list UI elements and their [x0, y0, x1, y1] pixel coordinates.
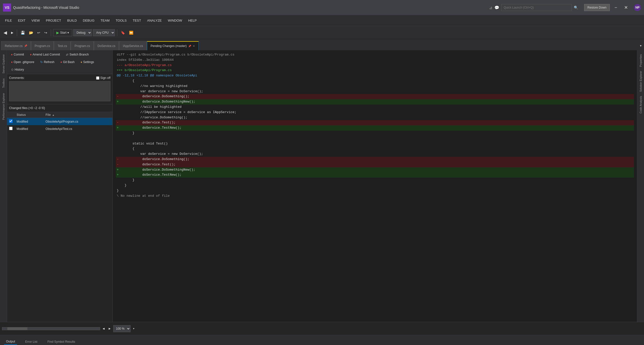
comments-text: Comments:: [9, 76, 24, 80]
git-bash-label: Git Bash: [63, 60, 74, 64]
files-table: Status File ▲ Modified ObsoleteApi/Progr…: [7, 112, 112, 132]
tab-iappservice[interactable]: IAppService.cs: [119, 41, 147, 50]
start-button[interactable]: ▶ Start ▾: [53, 29, 72, 36]
open-gitignore-button[interactable]: ♦ Open .gitignore: [9, 59, 36, 65]
commit-label: Commit: [14, 53, 24, 56]
comments-area: Comments: Sign off: [7, 74, 112, 104]
toolbar: ◀ ▶ 💾 📂 ↩ ↪ ▶ Start ▾ Debug Any CPU 🔖 ⏩: [0, 26, 644, 39]
sign-off-row: Sign off: [96, 76, 110, 80]
step-over-button[interactable]: ⏩: [128, 28, 135, 37]
diff-line-7: var doService = new DoService();: [117, 89, 633, 94]
file-row-1[interactable]: Modified ObsoleteApi/Test.cs: [7, 125, 112, 132]
tabs-bar: Refactorer.cs 📌 Program.cs Test.cs Progr…: [0, 39, 644, 50]
commit-icon: ♦: [11, 53, 13, 56]
menu-analyze[interactable]: ANALYZE: [144, 15, 165, 26]
history-button[interactable]: ⊙ History: [9, 67, 26, 72]
sidebar-tab-code-analysis[interactable]: Code Analysis: [638, 94, 643, 116]
tab-refactorer[interactable]: Refactorer.cs 📌: [1, 41, 31, 50]
back-button[interactable]: ◀: [2, 28, 9, 37]
file-checkbox-0[interactable]: [9, 119, 13, 123]
comments-textarea[interactable]: [9, 81, 110, 101]
diff-line-13: - doService.Test();: [116, 120, 634, 125]
menu-project[interactable]: PROJECT: [43, 15, 64, 26]
zoom-dropdown-button[interactable]: ▾: [132, 324, 136, 333]
horizontal-scrollbar[interactable]: [2, 327, 100, 330]
chat-icon: 💬: [494, 5, 499, 10]
diff-line-15: }: [117, 131, 633, 136]
open-gitignore-icon: ♦: [11, 60, 13, 64]
title-bar: VS QuasiRefactoring - Microsoft Visual S…: [0, 0, 644, 15]
sidebar-tab-server-explorer[interactable]: Server Explorer: [1, 52, 6, 75]
menu-help[interactable]: HELP: [185, 15, 200, 26]
git-bash-button[interactable]: ♦ Git Bash: [58, 59, 76, 65]
menu-build[interactable]: BUILD: [64, 15, 80, 26]
sidebar-tab-properties[interactable]: Properties: [638, 52, 643, 69]
diff-line-9: + doService.DoSomethingNew();: [116, 99, 634, 105]
diff-line-6: //no warning highlighted: [117, 84, 633, 89]
diff-line-17: static void Test(): [117, 141, 633, 146]
bottom-toolbar: ◀ ▶ 100 % 75 % 150 % 50 % ▾: [0, 322, 644, 335]
amend-last-commit-button[interactable]: ♦ Amend Last Commit: [28, 52, 62, 57]
file-row-0[interactable]: Modified ObsoleteApi/Program.cs: [7, 118, 112, 125]
diff-line-16: [117, 136, 633, 141]
menu-tools[interactable]: TOOLS: [113, 15, 130, 26]
scroll-right-button[interactable]: ▶: [107, 324, 112, 333]
save-all-button[interactable]: 💾: [19, 28, 26, 37]
platform-dropdown[interactable]: Any CPU: [93, 29, 115, 36]
zoom-select[interactable]: 100 % 75 % 150 % 50 %: [113, 325, 131, 332]
output-tab-output[interactable]: Output: [4, 339, 17, 345]
tab-list-button[interactable]: ▾: [638, 41, 643, 50]
diff-line-23: + doService.TestNew();: [116, 172, 634, 178]
scroll-left-button[interactable]: ◀: [101, 324, 106, 333]
bookmark-button[interactable]: 🔖: [119, 28, 127, 37]
diff-line-25: }: [117, 183, 633, 188]
menu-window[interactable]: WINDOW: [165, 15, 185, 26]
tab-pending-changes[interactable]: Pending Changes (master) 📌 ✕: [147, 41, 199, 50]
sidebar-tab-performance[interactable]: Performance Explorer: [1, 91, 6, 122]
diff-line-3: +++ b/ObsoleteApi/Program.cs: [117, 68, 633, 73]
file-checkbox-cell-0: [7, 118, 15, 125]
history-icon: ⊙: [11, 68, 14, 71]
commit-button[interactable]: ♦ Commit: [9, 52, 26, 57]
files-tbody: Modified ObsoleteApi/Program.cs Modified…: [7, 118, 112, 133]
tab-test[interactable]: Test.cs: [54, 41, 71, 50]
output-tab-find-symbol[interactable]: Find Symbol Results: [46, 339, 77, 344]
output-bar: Output Error List Find Symbol Results: [0, 335, 644, 345]
menu-edit[interactable]: EDIT: [15, 15, 28, 26]
close-icon-pending[interactable]: ✕: [193, 44, 195, 48]
forward-button[interactable]: ▶: [10, 28, 15, 37]
diff-line-11: //IAppService service = doService as IAp…: [117, 110, 633, 115]
menu-view[interactable]: VIEW: [28, 15, 43, 26]
tab-doservice[interactable]: DoService.cs: [94, 41, 119, 50]
tab-label-test: Test.cs: [58, 44, 67, 48]
restore-down-button[interactable]: Restore Down: [584, 4, 610, 11]
git-bash-icon: ♦: [60, 60, 62, 64]
menu-team[interactable]: TEAM: [98, 15, 113, 26]
redo-button[interactable]: ↪: [43, 28, 49, 37]
tab-program1[interactable]: Program.cs: [31, 41, 54, 50]
output-tab-error-list[interactable]: Error List: [23, 339, 39, 344]
switch-branch-button[interactable]: ⇄ Switch Branch: [64, 52, 91, 57]
tab-program2[interactable]: Program.cs: [71, 41, 94, 50]
file-checkbox-1[interactable]: [9, 127, 13, 130]
start-label: Start: [60, 31, 66, 34]
refresh-icon: ↻: [40, 60, 43, 64]
sidebar-tab-solution-explorer[interactable]: Solution Explorer: [638, 69, 643, 94]
diff-view[interactable]: diff --git a/ObsoleteApi/Program.cs b/Ob…: [113, 50, 637, 322]
refresh-button[interactable]: ↻ Refresh: [38, 59, 56, 65]
sign-off-checkbox[interactable]: [96, 76, 99, 80]
open-button[interactable]: 📂: [27, 28, 35, 37]
diff-line-10: //will be highlighted: [117, 105, 633, 110]
menu-test[interactable]: TEST: [130, 15, 144, 26]
close-button[interactable]: ✕: [622, 4, 630, 12]
menu-debug[interactable]: DEBUG: [80, 15, 97, 26]
undo-button[interactable]: ↩: [36, 28, 42, 37]
sidebar-tab-toolbox[interactable]: Toolbox: [1, 76, 6, 90]
search-input[interactable]: [501, 4, 572, 11]
build-config-dropdown[interactable]: Debug: [73, 29, 92, 36]
right-sidebar: Properties Solution Explorer Code Analys…: [637, 50, 644, 322]
start-dropdown-icon: ▾: [67, 31, 69, 34]
settings-button[interactable]: ♦ Settings: [78, 59, 96, 65]
menu-file[interactable]: FILE: [2, 15, 15, 26]
minimize-button[interactable]: −: [612, 4, 620, 12]
